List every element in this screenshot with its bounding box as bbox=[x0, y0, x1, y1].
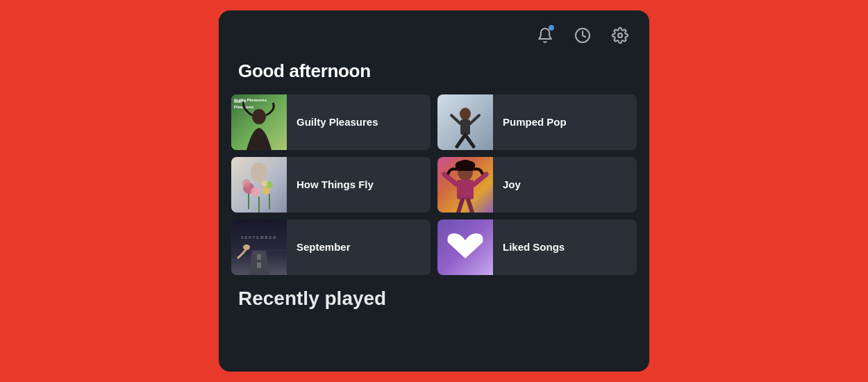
thumb-art-guilty: Guilty Pleasures bbox=[231, 94, 287, 150]
svg-point-37 bbox=[243, 244, 250, 250]
svg-rect-33 bbox=[257, 254, 261, 260]
playlist-card-guilty-pleasures[interactable]: Guilty Pleasures Guilty Pleasures bbox=[231, 94, 431, 150]
playlist-card-liked-songs[interactable]: Liked Songs bbox=[437, 219, 637, 275]
svg-point-7 bbox=[460, 108, 471, 120]
svg-point-5 bbox=[252, 109, 266, 124]
header-icons bbox=[219, 10, 649, 55]
thumb-art-joy bbox=[437, 157, 493, 213]
recently-played-heading: Recently played bbox=[219, 275, 649, 310]
thumb-art-september: SEPTEMBER bbox=[231, 219, 287, 275]
thumb-art-fly bbox=[231, 157, 287, 213]
svg-point-16 bbox=[242, 179, 251, 188]
svg-point-1 bbox=[618, 33, 622, 38]
svg-rect-34 bbox=[257, 263, 261, 268]
playlist-thumb-guilty-pleasures: Guilty Pleasures bbox=[231, 94, 287, 150]
playlist-card-september[interactable]: SEPTEMBER September bbox=[231, 219, 431, 275]
playlist-label-pumped-pop: Pumped Pop bbox=[493, 115, 576, 129]
svg-point-20 bbox=[262, 181, 267, 186]
playlist-label-liked-songs: Liked Songs bbox=[493, 240, 574, 254]
settings-icon bbox=[612, 27, 628, 44]
playlist-label-september: September bbox=[287, 240, 360, 254]
playlist-thumb-joy bbox=[437, 157, 493, 213]
playlist-thumb-september: SEPTEMBER bbox=[231, 219, 287, 275]
playlist-thumb-liked-songs bbox=[437, 219, 493, 275]
playlist-card-how-things-fly[interactable]: How Things Fly bbox=[231, 157, 431, 213]
greeting-text: Good afternoon bbox=[219, 55, 649, 94]
playlist-label-guilty-pleasures: Guilty Pleasures bbox=[287, 115, 388, 129]
recently-played-title: Recently played bbox=[238, 288, 386, 309]
history-button[interactable] bbox=[570, 23, 595, 48]
app-container: Good afternoon Guilty bbox=[219, 10, 649, 372]
playlist-label-how-things-fly: How Things Fly bbox=[287, 178, 383, 192]
svg-rect-26 bbox=[457, 180, 474, 199]
svg-point-14 bbox=[251, 163, 267, 182]
svg-text:Guilty: Guilty bbox=[234, 99, 247, 103]
playlist-card-joy[interactable]: Joy bbox=[437, 157, 637, 213]
history-icon bbox=[574, 27, 591, 44]
playlist-thumb-how-things-fly bbox=[231, 157, 287, 213]
svg-rect-8 bbox=[460, 119, 470, 135]
svg-rect-35 bbox=[231, 249, 287, 251]
notification-button[interactable] bbox=[533, 23, 558, 48]
playlist-grid: Guilty Pleasures Guilty Pleasures bbox=[219, 94, 649, 275]
notification-dot bbox=[549, 25, 554, 31]
thumb-art-liked bbox=[437, 219, 493, 275]
svg-text:SEPTEMBER: SEPTEMBER bbox=[241, 235, 277, 240]
playlist-label-joy: Joy bbox=[493, 178, 531, 192]
settings-button[interactable] bbox=[608, 23, 633, 48]
playlist-card-pumped-pop[interactable]: Pumped Pop bbox=[437, 94, 637, 150]
thumb-art-pumped bbox=[437, 94, 493, 150]
playlist-thumb-pumped-pop bbox=[437, 94, 493, 150]
svg-point-17 bbox=[251, 187, 260, 197]
